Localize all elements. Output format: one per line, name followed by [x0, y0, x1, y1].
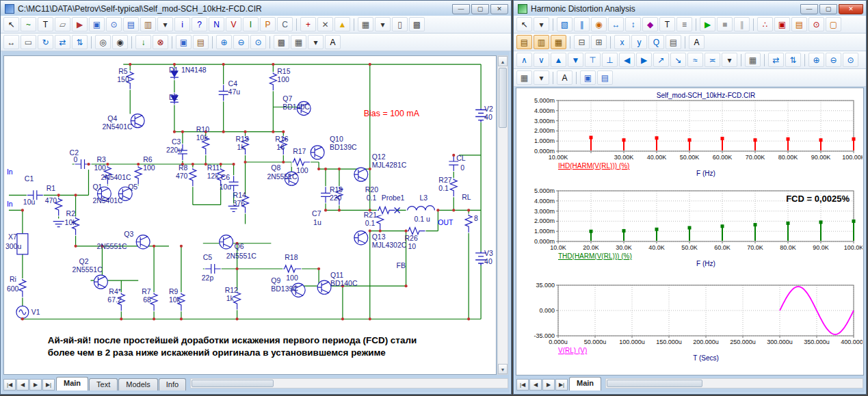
clipboard-dropdown[interactable]: ▾ [157, 17, 173, 31]
chart-panel-2[interactable]: 5.000m4.000m3.000m2.000m1.000m0.000m10.0… [516, 185, 863, 279]
graphics-mode[interactable]: ▱ [55, 17, 70, 31]
text-attributes-button[interactable]: A [325, 35, 341, 49]
low-tag-button[interactable]: ▼ [568, 53, 583, 67]
align-cursors-button[interactable]: ⇅ [785, 53, 801, 67]
annotate-button[interactable]: A [689, 35, 705, 49]
inflection-tag-button[interactable]: ≈ [687, 53, 703, 67]
zoom-in-button[interactable]: ⊕ [216, 35, 232, 49]
chart-1[interactable]: 5.000m4.000m3.000m2.000m1.000m0.000m10.0… [517, 90, 863, 185]
copy-button[interactable]: ▤ [123, 17, 139, 31]
tab-models[interactable]: Models [118, 378, 157, 391]
page-panel-button[interactable]: ▩ [409, 17, 425, 31]
maximize-button[interactable]: ▢ [819, 4, 837, 14]
schematic-hscrollbar[interactable] [190, 378, 508, 388]
zoom-window-button[interactable]: ⊙ [250, 35, 266, 49]
last-page-button[interactable]: ▶| [42, 379, 55, 391]
maximize-button[interactable]: ▢ [471, 4, 489, 14]
grid-button-2[interactable]: ▦ [291, 35, 306, 49]
waveform-dropdown[interactable]: ▾ [722, 53, 737, 67]
exit-button[interactable]: ▢ [826, 17, 841, 31]
component-mode[interactable]: ⊙ [106, 17, 122, 31]
y-log-toggle[interactable]: y [631, 35, 647, 49]
plot-hscrollbar[interactable] [605, 378, 863, 388]
right-edge-tag-button[interactable]: ▶ [636, 53, 652, 67]
paste-picture-button[interactable]: ▤ [193, 35, 209, 49]
text-attributes-button[interactable]: A [557, 70, 573, 85]
watch-button[interactable]: ⊙ [808, 17, 824, 31]
performance-tag-mode[interactable]: ◆ [642, 17, 658, 31]
fall-tag-button[interactable]: ↘ [670, 53, 686, 67]
state-variables-button[interactable]: ▣ [774, 17, 790, 31]
next-page-button[interactable]: ▶ [29, 379, 42, 391]
x-log-toggle[interactable]: x [614, 35, 630, 49]
vscroll-thumb[interactable] [499, 68, 507, 128]
top-tag-button[interactable]: ⊤ [585, 53, 601, 67]
schematic-drawing[interactable]: R5150D11N4148D2C447uR15100Q7BD140CV240Bi… [4, 56, 496, 374]
zoom-in-button[interactable]: ⊕ [808, 53, 824, 67]
plot-area[interactable]: 5.000m4.000m3.000m2.000m1.000m0.000m10.0… [516, 88, 864, 375]
rise-tag-button[interactable]: ↗ [653, 53, 669, 67]
power-toggle[interactable]: P [260, 17, 276, 31]
zoom-out-button[interactable]: ⊖ [233, 35, 249, 49]
collapse-panel-button[interactable]: ⊟ [574, 35, 590, 49]
zoom-auto-button[interactable]: ⊙ [843, 53, 858, 67]
high-tag-button[interactable]: ▲ [551, 53, 566, 67]
grid-dropdown[interactable]: ▾ [534, 70, 549, 85]
envelope-tag-button[interactable]: ≍ [705, 53, 720, 67]
data-points-button[interactable]: ∴ [757, 17, 773, 31]
horizontal-tag-mode[interactable]: ↔ [608, 17, 624, 31]
warning-badge[interactable]: ▲ [334, 17, 350, 31]
cursor-dropdown[interactable]: ▾ [534, 17, 549, 31]
text-mode[interactable]: T [38, 17, 53, 31]
close-button[interactable]: ✕ [490, 4, 508, 14]
numeric-grid-button[interactable]: ▦ [745, 53, 761, 67]
cursor-link-button[interactable]: ⇄ [768, 53, 784, 67]
hscroll-thumb[interactable] [192, 380, 274, 387]
condition-toggle[interactable]: C [277, 17, 293, 31]
schematic-vscrollbar[interactable]: ▲ ▼ [497, 55, 508, 375]
vertical-tag-mode[interactable]: ↕ [625, 17, 641, 31]
pin-connections-toggle[interactable]: + [300, 17, 316, 31]
chart-3[interactable]: 35.0000.000-35.0000.000u50.000u100.000u1… [517, 279, 863, 373]
select-cursor[interactable]: ↖ [516, 17, 532, 31]
node-numbers-toggle[interactable]: N [209, 17, 224, 31]
print-button[interactable]: ▤ [666, 35, 681, 49]
chart-panel-1[interactable]: 5.000m4.000m3.000m2.000m1.000m0.000m10.0… [516, 90, 863, 185]
vertical-panels-toggle[interactable]: ▥ [534, 35, 549, 49]
q-scale-toggle[interactable]: Q [648, 35, 664, 49]
step-button[interactable]: ↓ [135, 35, 151, 49]
select-tool[interactable]: ↖ [3, 17, 19, 31]
left-titlebar[interactable]: C:\MC11\DATA\Petrov\Self-typical\Self_mo… [1, 1, 511, 16]
zoom-out-button[interactable]: ⊖ [826, 53, 841, 67]
copy-picture-button[interactable]: ▣ [176, 35, 192, 49]
scale-mode[interactable]: ▧ [557, 17, 573, 31]
last-page-button[interactable]: ▶| [555, 379, 568, 391]
pan-tool[interactable]: ↔ [3, 35, 19, 49]
point-tag-mode[interactable]: ◉ [591, 17, 607, 31]
paste-button[interactable]: ▥ [140, 17, 156, 31]
scroll-up-button[interactable]: ▲ [498, 56, 508, 66]
copy-graph-button[interactable]: ▣ [580, 70, 596, 85]
new-page-button[interactable]: ▯ [392, 17, 408, 31]
prev-page-button[interactable]: ◀ [16, 379, 29, 391]
find-next-button[interactable]: ◉ [112, 35, 128, 49]
text-tool[interactable]: T [659, 17, 675, 31]
minimize-button[interactable]: — [452, 4, 470, 14]
next-page-button[interactable]: ▶ [542, 379, 555, 391]
run-button[interactable]: ▶ [700, 17, 715, 31]
stop-button[interactable]: ■ [717, 17, 733, 31]
tab-info[interactable]: Info [159, 378, 186, 391]
tab-main[interactable]: Main [569, 377, 601, 391]
grid-button[interactable]: ▦ [516, 70, 532, 85]
grid-dropdown-2[interactable]: ▾ [308, 35, 324, 49]
scroll-down-button[interactable]: ▼ [498, 364, 508, 374]
bottom-tag-button[interactable]: ⊥ [602, 53, 618, 67]
numeric-output-button[interactable]: ▤ [791, 17, 807, 31]
copy-page-button[interactable]: ▤ [597, 70, 613, 85]
rotate-button[interactable]: ↻ [38, 35, 53, 49]
select-box-tool[interactable]: ▭ [21, 35, 36, 49]
schematic-canvas[interactable]: R5150D11N4148D2C447uR15100Q7BD140CV240Bi… [3, 55, 497, 375]
info-button[interactable]: i [174, 17, 190, 31]
valley-tag-button[interactable]: ∨ [534, 53, 549, 67]
chart-panel-3[interactable]: 35.0000.000-35.0000.000u50.000u100.000u1… [516, 279, 863, 373]
